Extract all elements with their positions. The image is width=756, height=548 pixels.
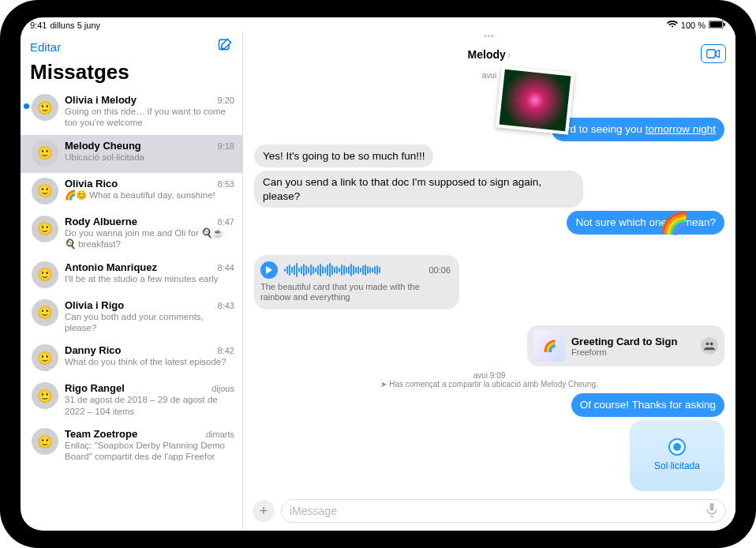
battery-icon — [709, 21, 726, 30]
unread-dot — [24, 103, 29, 109]
chat-header: Melody› — [243, 43, 735, 66]
system-timestamp: avui 9:09 ➤Has començat a compartir la u… — [254, 371, 724, 388]
status-date: dilluns 5 juny — [50, 21, 100, 30]
screen: 9:41 dilluns 5 juny 100 % Editar — [21, 17, 735, 531]
conversation-item[interactable]: 🙂Antonio Manriquez8:44I'll be at the stu… — [21, 257, 242, 295]
window-grabber[interactable]: ••• — [484, 32, 495, 43]
message-link-tomorrow-night[interactable]: tomorrow night — [646, 123, 716, 135]
freeform-attachment[interactable]: 🌈 Greeting Card to Sign Freeform — [527, 325, 724, 366]
chat-pane: ••• Melody› avui — [243, 32, 735, 531]
conversation-time: 9:20 — [218, 96, 234, 105]
message-received[interactable]: Can you send a link to that doc I'm supp… — [254, 171, 583, 208]
conversation-time: 8:53 — [218, 179, 234, 189]
conversation-preview: Do you wanna join me and Oli for 🍳☕🍳 bre… — [65, 227, 234, 250]
message-composer: + iMessage — [243, 494, 735, 531]
audio-duration: 00:06 — [429, 265, 451, 275]
conversation-preview: Can you both add your comments, please? — [65, 311, 234, 334]
main-split: Editar Missatges 🙂Olivia i Melody9:20Goi… — [21, 32, 735, 531]
avatar: 🙂 — [32, 178, 58, 205]
conversation-preview: 🌈😊 What a beautiful day, sunshine! — [65, 190, 234, 201]
message-sent[interactable]: Not sure which one🌈 mean? — [567, 211, 724, 235]
conversation-name: Olivia Rico — [65, 178, 118, 190]
attachment-subtitle: Freeform — [571, 347, 694, 357]
svg-rect-4 — [707, 50, 716, 58]
conversation-name: Rigo Rangel — [65, 382, 125, 394]
chat-contact-name: Melody — [468, 48, 506, 61]
sidebar: Editar Missatges 🙂Olivia i Melody9:20Goi… — [21, 32, 243, 531]
conversation-time: 8:42 — [218, 346, 234, 355]
conversation-name: Olivia i Rigo — [65, 299, 124, 311]
audio-waveform[interactable] — [284, 262, 422, 278]
dictation-mic-icon[interactable] — [706, 503, 717, 520]
message-sent[interactable]: ard to seeing you tomorrow night — [552, 118, 724, 141]
conversation-preview: Going on this ride… if you want to come … — [65, 106, 234, 129]
conversation-item[interactable]: 🙂Melody Cheung9:18Ubicació sol·licitada — [21, 135, 242, 173]
battery-text: 100 % — [681, 21, 705, 30]
day-label: avui — [254, 71, 724, 80]
avatar: 🙂 — [32, 299, 58, 326]
message-input-placeholder: iMessage — [290, 505, 337, 517]
chevron-right-icon: › — [507, 48, 511, 61]
conversation-item[interactable]: 🙂Olivia i Rigo8:43Can you both add your … — [21, 295, 242, 340]
conversation-item[interactable]: 🙂Olivia Rico8:53🌈😊 What a beautiful day,… — [21, 173, 242, 211]
svg-rect-2 — [724, 23, 725, 26]
avatar: 🙂 — [32, 428, 58, 455]
facetime-button[interactable] — [701, 44, 726, 63]
location-status-label: Sol·licitada — [654, 460, 700, 471]
message-sent[interactable]: Of course! Thanks for asking — [571, 393, 724, 417]
conversation-item[interactable]: 🙂Rody Albuerne8:47Do you wanna join me a… — [21, 211, 242, 257]
conversation-preview: Ubicació sol·licitada — [65, 152, 234, 163]
avatar: 🙂 — [32, 261, 58, 288]
location-dot-icon — [670, 440, 684, 454]
conversation-time: 9:18 — [218, 141, 234, 151]
message-input[interactable]: iMessage — [281, 499, 726, 523]
conversation-name: Rody Albuerne — [65, 216, 137, 227]
conversation-preview: I'll be at the studio a few minutes earl… — [65, 273, 234, 284]
conversation-name: Danny Rico — [65, 344, 122, 356]
conversation-time: 8:44 — [218, 263, 234, 272]
conversation-item[interactable]: 🙂Danny Rico8:42What do you think of the … — [21, 340, 242, 377]
compose-button[interactable] — [217, 37, 233, 56]
edit-button[interactable]: Editar — [30, 40, 61, 54]
sidebar-title: Missatges — [21, 58, 242, 89]
svg-point-6 — [710, 343, 713, 346]
conversation-time: 8:47 — [218, 217, 234, 227]
conversation-item[interactable]: 🙂Team ZoetropedimartsEnllaç: "Soapbox De… — [21, 423, 242, 469]
chat-title[interactable]: Melody› — [468, 48, 511, 61]
message-received[interactable]: Yes! It's going to be so much fun!!! — [254, 145, 433, 168]
messages-area[interactable]: avui ard to seeing you tomorrow night Ye… — [243, 66, 735, 494]
conversation-name: Antonio Manriquez — [65, 261, 157, 273]
svg-rect-7 — [710, 503, 714, 511]
attach-plus-button[interactable]: + — [253, 500, 275, 522]
avatar: 🙂 — [32, 94, 58, 121]
conversation-time: dimarts — [206, 430, 234, 439]
attachment-title: Greeting Card to Sign — [571, 336, 694, 347]
conversation-item[interactable]: 🙂Rigo Rangeldijous31 de agost de 2018 – … — [21, 377, 242, 423]
photo-attachment-firework[interactable] — [496, 66, 574, 135]
audio-message[interactable]: 00:06 The beautiful card that you made w… — [254, 255, 459, 310]
ipad-frame: 9:41 dilluns 5 juny 100 % Editar — [0, 0, 756, 548]
conversation-list[interactable]: 🙂Olivia i Melody9:20Going on this ride… … — [21, 89, 242, 531]
avatar: 🙂 — [32, 216, 58, 242]
svg-rect-1 — [709, 21, 722, 28]
audio-transcript: The beautiful card that you made with th… — [260, 282, 451, 304]
conversation-preview: What do you think of the latest episode? — [65, 356, 234, 367]
location-arrow-icon: ➤ — [380, 380, 387, 388]
conversation-preview: Enllaç: "Soapbox Derby Planning Demo Boa… — [65, 440, 234, 463]
avatar: 🙂 — [32, 140, 58, 167]
location-request-card[interactable]: Sol·licitada — [630, 420, 724, 491]
status-time: 9:41 — [30, 21, 47, 30]
collaboration-icon — [701, 337, 718, 355]
status-bar: 9:41 dilluns 5 juny 100 % — [21, 17, 735, 32]
conversation-time: dijous — [211, 384, 234, 393]
avatar: 🙂 — [32, 382, 58, 409]
play-button[interactable] — [260, 261, 278, 279]
avatar: 🙂 — [32, 344, 58, 371]
conversation-name: Olivia i Melody — [65, 94, 137, 106]
conversation-name: Team Zoetrope — [65, 428, 137, 440]
rainbow-sticker[interactable]: 🌈 — [659, 208, 690, 238]
conversation-name: Melody Cheung — [65, 140, 141, 152]
conversation-time: 8:43 — [218, 301, 234, 310]
conversation-item[interactable]: 🙂Olivia i Melody9:20Going on this ride… … — [21, 89, 242, 135]
conversation-preview: 31 de agost de 2018 – 29 de agost de 202… — [65, 394, 234, 417]
